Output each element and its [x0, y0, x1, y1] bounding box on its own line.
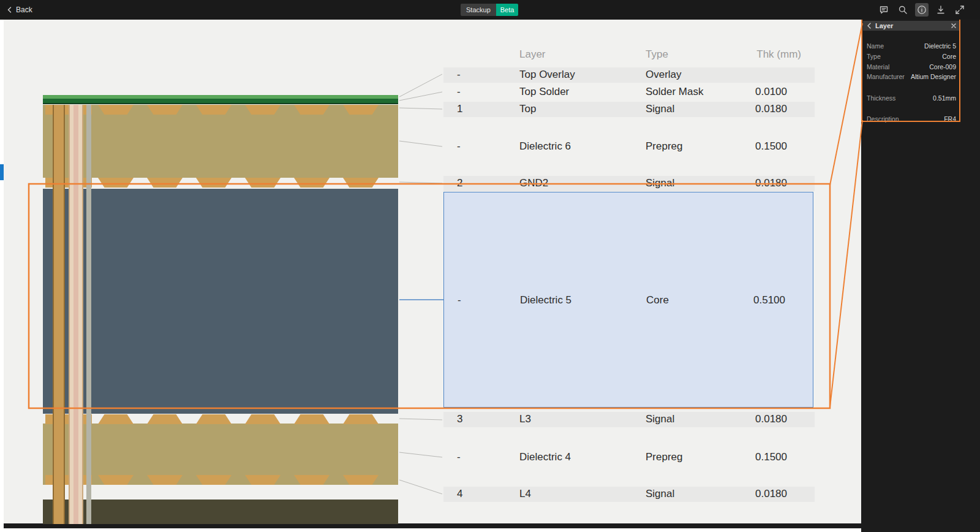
topbar-actions	[877, 0, 967, 20]
property-value: Dielectric 5	[924, 42, 956, 50]
layer-properties-panel: Layer Name Dielectric 5 Type Core Materi…	[861, 20, 980, 532]
property-name: Name Dielectric 5	[867, 42, 956, 50]
beta-badge: Beta	[496, 4, 519, 16]
row-index: -	[457, 451, 461, 463]
row-type: Core	[646, 294, 669, 306]
table-row-l4[interactable]: 4 L4 Signal 0.0180	[443, 487, 815, 502]
row-index: 2	[457, 177, 462, 189]
table-row-top-solder[interactable]: - Top Solder Solder Mask 0.0100	[443, 85, 815, 100]
row-name: L3	[519, 413, 531, 425]
property-value: Core-009	[929, 63, 956, 71]
header-type: Type	[646, 48, 668, 61]
property-value: Altium Designer	[911, 73, 956, 81]
row-type: Signal	[646, 177, 674, 189]
stackup-tab-label: Stackup	[461, 4, 496, 16]
search-icon[interactable]	[896, 3, 910, 17]
copper-trace	[245, 414, 281, 424]
header-thickness: Thk (mm)	[756, 48, 801, 61]
row-name: Top Overlay	[519, 69, 575, 81]
row-thickness: 0.0180	[755, 103, 787, 115]
property-description: Description FR4	[867, 115, 956, 123]
table-row-dielectric-5-selected[interactable]: - Dielectric 5 Core 0.5100	[443, 192, 813, 408]
row-type: Signal	[646, 103, 674, 115]
via-barrel-icon	[53, 105, 65, 524]
close-icon[interactable]	[951, 23, 956, 28]
download-icon[interactable]	[934, 3, 948, 17]
chevron-left-icon[interactable]	[867, 23, 872, 29]
copper-trace	[147, 178, 183, 188]
property-label: Type	[867, 53, 881, 61]
stackup-viewer: Layer Type Thk (mm) - Top Overlay Overla…	[0, 0, 980, 532]
row-thickness: 0.0100	[755, 86, 787, 98]
row-name: Dielectric 4	[519, 451, 571, 463]
panel-title: Layer	[875, 22, 948, 29]
row-name: Top	[519, 103, 536, 115]
copper-trace	[196, 178, 232, 188]
row-index: 4	[457, 488, 462, 500]
row-type: Solder Mask	[646, 86, 703, 98]
property-value: 0.51mm	[933, 94, 956, 102]
property-label: Material	[867, 63, 889, 71]
table-row-top[interactable]: 1 Top Signal 0.0180	[443, 102, 815, 117]
row-name: GND2	[519, 177, 548, 189]
table-row-top-overlay[interactable]: - Top Overlay Overlay	[443, 67, 815, 83]
property-label: Name	[867, 42, 884, 50]
docked-panel-handle[interactable]	[0, 164, 4, 180]
row-type: Signal	[646, 488, 674, 500]
chevron-left-icon	[7, 7, 12, 13]
layer-bottom-core-block[interactable]	[43, 500, 398, 524]
row-index: -	[457, 140, 461, 153]
property-manufacturer: Manufacturer Altium Designer	[867, 73, 956, 81]
row-thickness: 0.0180	[755, 177, 787, 189]
stackup-tab[interactable]: Stackup Beta	[461, 4, 518, 16]
property-label: Thickness	[867, 94, 895, 102]
panel-header: Layer	[863, 21, 960, 31]
layer-top-overlay-block[interactable]	[43, 95, 398, 104]
copper-trace	[294, 414, 330, 424]
copper-trace	[196, 414, 232, 424]
row-index: 3	[457, 413, 462, 425]
row-name: Dielectric 6	[519, 140, 571, 153]
row-index: -	[457, 86, 461, 98]
copper-trace	[294, 178, 330, 188]
row-index: 1	[457, 103, 462, 115]
row-thickness: 0.5100	[753, 294, 785, 306]
row-index: -	[458, 294, 461, 306]
row-type: Signal	[646, 413, 674, 425]
top-bar: Back Stackup Beta	[0, 0, 980, 20]
via-filled-icon	[69, 105, 83, 524]
info-icon[interactable]	[915, 3, 929, 17]
row-thickness: 0.0180	[755, 413, 787, 425]
property-value: FR4	[944, 115, 956, 123]
row-thickness: 0.1500	[755, 451, 787, 463]
table-header: Layer Type Thk (mm)	[443, 47, 815, 63]
row-thickness: 0.0180	[755, 488, 787, 500]
row-name: Top Solder	[519, 86, 569, 98]
copper-trace	[343, 414, 379, 424]
row-type: Overlay	[646, 69, 682, 81]
row-thickness: 0.1500	[755, 140, 787, 153]
copper-trace	[245, 178, 281, 188]
layer-dielectric-5-block[interactable]	[43, 189, 398, 414]
table-row-gnd2[interactable]: 2 GND2 Signal 0.0180	[443, 176, 815, 191]
property-label: Manufacturer	[867, 73, 905, 81]
property-material: Material Core-009	[867, 63, 956, 71]
property-type: Type Core	[867, 53, 956, 61]
expand-icon[interactable]	[953, 3, 967, 17]
back-button[interactable]: Back	[7, 0, 32, 20]
table-row-dielectric-6[interactable]: - Dielectric 6 Prepreg 0.1500	[443, 139, 815, 154]
copper-trace	[98, 414, 134, 424]
comment-icon[interactable]	[877, 3, 891, 17]
table-row-dielectric-4[interactable]: - Dielectric 4 Prepreg 0.1500	[443, 450, 815, 465]
copper-trace	[147, 414, 183, 424]
property-thickness: Thickness 0.51mm	[867, 94, 956, 102]
layer-dielectric-6-block[interactable]	[43, 105, 398, 178]
property-label: Description	[867, 115, 899, 123]
selected-row-content: - Dielectric 5 Core 0.5100	[444, 293, 813, 308]
header-layer: Layer	[519, 48, 546, 61]
via-thin-icon	[86, 105, 91, 524]
table-row-l3[interactable]: 3 L3 Signal 0.0180	[443, 412, 815, 427]
property-value: Core	[942, 53, 956, 61]
row-type: Prepreg	[646, 451, 682, 463]
row-type: Prepreg	[646, 140, 682, 153]
